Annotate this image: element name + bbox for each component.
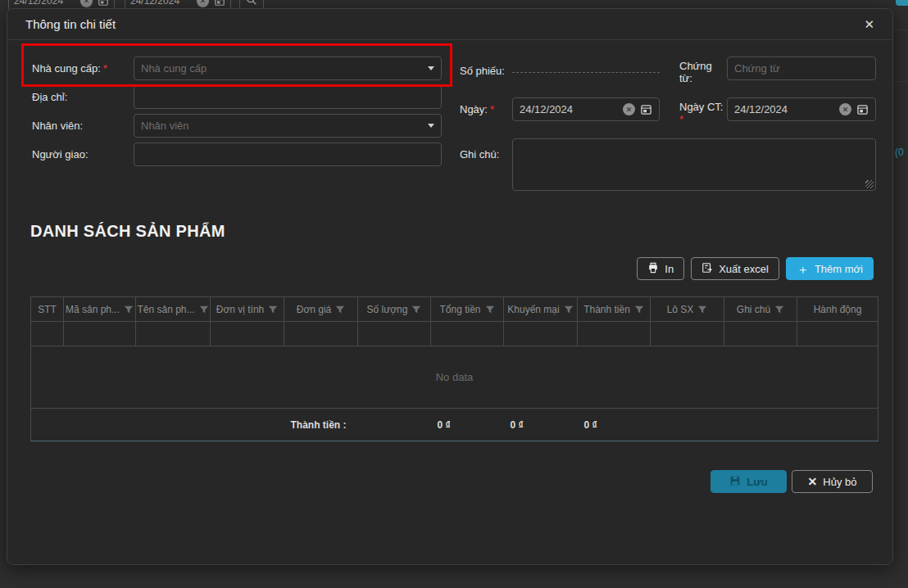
filter-icon[interactable] (564, 305, 574, 314)
footer-total-final: 0 ₫ (578, 409, 651, 441)
deliverer-field-box (134, 142, 442, 166)
column-header: Khuyến mại (504, 297, 578, 322)
column-header: Mã sản ph... (64, 297, 136, 322)
filter-icon[interactable] (634, 305, 644, 314)
filter-icon[interactable] (774, 305, 784, 314)
bg-count-text: (0 (895, 147, 904, 158)
column-label: Hành động (814, 304, 862, 315)
footer-gap-cell (651, 409, 878, 441)
receipt-no-label: Số phiếu: (460, 65, 505, 77)
filter-cell[interactable] (136, 322, 211, 346)
save-button[interactable]: Lưu (711, 470, 787, 493)
filter-cell[interactable] (31, 322, 64, 346)
calendar-icon[interactable] (856, 103, 869, 115)
no-data-text: No data (31, 346, 878, 409)
column-label: Đơn vị tính (216, 304, 265, 315)
column-label: Ghi chú (737, 304, 770, 315)
table-empty-row: No data (31, 346, 878, 409)
bg-teal-fragment (896, 0, 908, 6)
filter-cell[interactable] (797, 322, 878, 346)
filter-icon[interactable] (411, 305, 421, 314)
filter-icon[interactable] (268, 305, 278, 314)
document-date-input[interactable]: 24/12/2024 ✕ (727, 97, 876, 121)
date-input[interactable]: 24/12/2024 ✕ (512, 97, 660, 121)
address-field-box (134, 85, 442, 109)
filter-cell[interactable] (651, 322, 724, 346)
filter-icon[interactable] (335, 305, 345, 314)
document-date-value: 24/12/2024 (734, 103, 834, 115)
notes-textarea[interactable] (512, 138, 876, 191)
clear-icon[interactable]: ✕ (197, 0, 209, 7)
filter-cell[interactable] (64, 322, 136, 346)
deliverer-input[interactable] (141, 143, 434, 165)
footer-total-promo: 0 ₫ (504, 409, 578, 441)
column-header: STT (31, 297, 64, 322)
x-icon: ✕ (808, 476, 818, 487)
date-label: Ngày:* (460, 103, 494, 115)
section-title: DANH SÁCH SẢN PHẨM (30, 222, 225, 241)
bg-divider (894, 29, 908, 30)
add-new-button[interactable]: ＋ Thêm mới (786, 257, 874, 280)
employee-placeholder: Nhân viên (141, 120, 189, 132)
clear-icon[interactable]: ✕ (839, 103, 851, 115)
export-excel-button[interactable]: Xuất excel (691, 257, 779, 280)
detail-dialog: Thông tin chi tiết ✕ Nhà cung cấp:* Nhà … (7, 8, 893, 565)
document-input[interactable] (734, 57, 869, 79)
bg-date-from-value: 24/12/2024 (14, 0, 75, 7)
column-header: Tổng tiền (431, 297, 504, 322)
filter-icon[interactable] (124, 305, 134, 314)
filter-cell[interactable] (431, 322, 504, 346)
save-label: Lưu (747, 476, 767, 488)
date-value: 24/12/2024 (520, 103, 618, 115)
column-header: Hành động (797, 297, 878, 322)
save-icon (729, 475, 741, 489)
employee-select[interactable]: Nhân viên (134, 114, 442, 138)
calendar-icon[interactable] (98, 0, 109, 7)
resize-grip[interactable] (865, 180, 874, 188)
bg-date-to-value: 24/12/2024 (130, 0, 192, 7)
table-toolbar: In Xuất excel ＋ Thêm mới (637, 257, 874, 280)
close-icon[interactable]: ✕ (864, 18, 874, 30)
footer-total-sum: 0 ₫ (431, 409, 504, 441)
add-label: Thêm mới (815, 263, 863, 275)
cancel-label: Hủy bỏ (823, 476, 856, 488)
calendar-icon[interactable] (640, 103, 652, 115)
column-label: Khuyến mại (507, 304, 559, 315)
column-label: Đơn giá (297, 304, 332, 315)
print-button[interactable]: In (637, 257, 684, 280)
column-header: Đơn vị tính (211, 297, 284, 322)
cancel-button[interactable]: ✕ Hủy bỏ (792, 470, 873, 493)
filter-icon[interactable] (697, 305, 707, 314)
document-date-label: Ngày CT: * (679, 101, 723, 125)
deliverer-label: Người giao: (32, 148, 89, 161)
column-label: STT (38, 304, 57, 315)
products-table: STTMã sản ph...Tên sản ph...Đơn vị tínhĐ… (30, 296, 878, 441)
chevron-down-icon (428, 124, 434, 128)
notes-label: Ghi chú: (460, 148, 499, 161)
table-header-row: STTMã sản ph...Tên sản ph...Đơn vị tínhĐ… (31, 297, 878, 322)
filter-cell[interactable] (284, 322, 358, 346)
filter-icon[interactable] (485, 305, 495, 314)
supplier-select[interactable]: Nhà cung cấp (134, 57, 442, 80)
supplier-placeholder: Nhà cung cấp (141, 62, 207, 75)
column-header: Số lượng (358, 297, 431, 322)
clear-icon[interactable]: ✕ (623, 103, 635, 115)
dialog-header: Thông tin chi tiết ✕ (7, 9, 892, 40)
column-label: Số lượng (367, 304, 408, 315)
filter-cell[interactable] (724, 322, 797, 346)
filter-cell[interactable] (504, 322, 578, 346)
search-icon (246, 0, 257, 8)
chevron-down-icon (428, 66, 434, 70)
address-input[interactable] (141, 86, 434, 108)
filter-cell[interactable] (358, 322, 431, 346)
bg-divider (894, 81, 908, 82)
column-label: Tổng tiền (439, 304, 480, 315)
filter-cell[interactable] (578, 322, 651, 346)
dialog-title: Thông tin chi tiết (25, 17, 116, 31)
table-filter-row (31, 322, 878, 346)
clear-icon[interactable]: ✕ (80, 0, 93, 7)
calendar-icon[interactable] (214, 0, 225, 7)
filter-icon[interactable] (199, 305, 209, 314)
filter-cell[interactable] (211, 322, 284, 346)
column-label: Lô SX (667, 304, 694, 315)
